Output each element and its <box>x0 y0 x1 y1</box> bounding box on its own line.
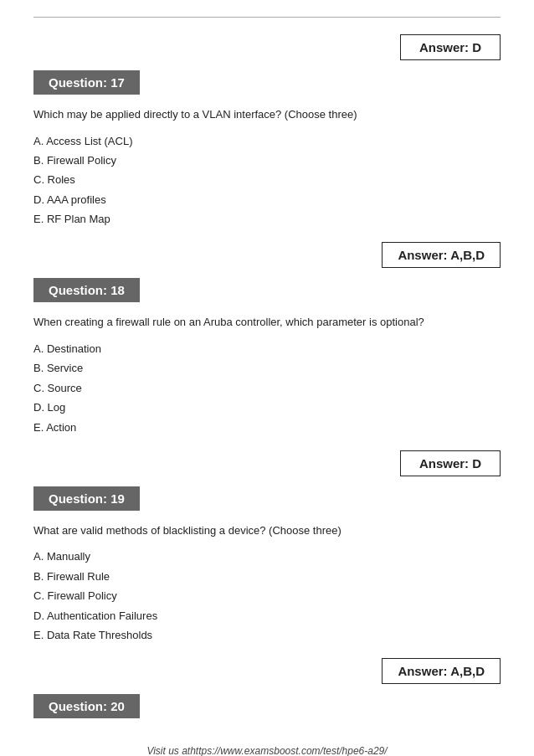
question-text-1: Which may be applied directly to a VLAN … <box>33 106 501 123</box>
answer-box-4: Answer: A,B,D <box>33 658 501 684</box>
option-3c: C. Firewall Policy <box>33 586 501 605</box>
option-1c: C. Roles <box>33 170 501 189</box>
options-3: A. Manually B. Firewall Rule C. Firewall… <box>33 547 501 645</box>
option-3e: E. Data Rate Thresholds <box>33 625 501 645</box>
answer-label-3: Answer: D <box>400 450 501 476</box>
answer-box-2: Answer: A,B,D <box>33 242 501 268</box>
question-header-2: Question: 18 <box>33 278 140 302</box>
top-border <box>33 17 501 18</box>
option-1d: D. AAA profiles <box>33 190 501 209</box>
section-4: Answer: A,B,D Question: 20 <box>33 658 501 730</box>
answer-box-1: Answer: D <box>33 34 501 60</box>
option-3d: D. Authentication Failures <box>33 606 501 625</box>
answer-label-1: Answer: D <box>400 34 501 60</box>
page-container: Answer: D Question: 17 Which may be appl… <box>0 0 534 756</box>
option-2e: E. Action <box>33 418 501 437</box>
question-text-2: When creating a firewall rule on an Arub… <box>33 314 501 331</box>
answer-label-4: Answer: A,B,D <box>382 658 501 684</box>
options-1: A. Access List (ACL) B. Firewall Policy … <box>33 131 501 229</box>
section-2: Answer: A,B,D Question: 18 When creating… <box>33 242 501 436</box>
question-header-3: Question: 19 <box>33 486 140 511</box>
section-3: Answer: D Question: 19 What are valid me… <box>33 450 501 645</box>
footer: Visit us athttps://www.examsboost.com/te… <box>0 745 534 756</box>
option-2d: D. Log <box>33 398 501 417</box>
option-2b: B. Service <box>33 358 501 378</box>
question-text-3: What are valid methods of blacklisting a… <box>33 522 501 539</box>
answer-label-2: Answer: A,B,D <box>382 242 501 268</box>
question-header-4: Question: 20 <box>33 694 140 718</box>
section-1: Answer: D Question: 17 Which may be appl… <box>33 34 501 229</box>
options-2: A. Destination B. Service C. Source D. L… <box>33 339 501 437</box>
option-2a: A. Destination <box>33 339 501 358</box>
option-3b: B. Firewall Rule <box>33 567 501 586</box>
option-1e: E. RF Plan Map <box>33 209 501 229</box>
option-1b: B. Firewall Policy <box>33 151 501 170</box>
option-1a: A. Access List (ACL) <box>33 131 501 151</box>
question-header-1: Question: 17 <box>33 70 140 95</box>
answer-box-3: Answer: D <box>33 450 501 476</box>
option-2c: C. Source <box>33 378 501 398</box>
option-3a: A. Manually <box>33 547 501 566</box>
